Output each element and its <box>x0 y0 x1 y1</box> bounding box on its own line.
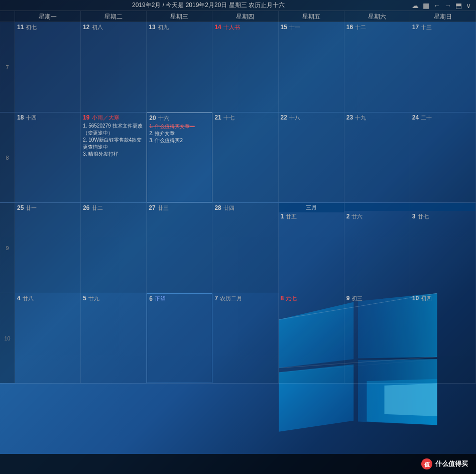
day-num: 20 <box>149 114 156 122</box>
cell-mar10[interactable]: 10初四 <box>410 293 476 383</box>
march-month-label: 三月 <box>279 203 344 212</box>
weekday-thu: 星期四 <box>212 11 278 22</box>
header-controls: ☁ ▦ ← → ⬒ ∨ <box>412 2 471 10</box>
day-num: 3 <box>412 213 416 220</box>
lunar-day: 小雨／大寒 <box>92 114 120 122</box>
day-num: 22 <box>281 114 287 121</box>
day-num: 9 <box>346 295 350 302</box>
taskbar: 值 什么值得买 <box>0 454 476 474</box>
day-num: 2 <box>346 213 350 220</box>
weekday-tue: 星期二 <box>81 11 147 22</box>
cell-feb15[interactable]: 15十一 <box>279 22 344 112</box>
day-num: 16 <box>346 24 353 31</box>
march-month-label-2 <box>344 203 410 211</box>
weekday-mon: 星期一 <box>15 11 81 22</box>
lunar-day: 廿七 <box>418 213 429 220</box>
week-num-7: 7 <box>0 22 15 112</box>
event-item: 2. 10W新白钰零售款4款变更查询途中 <box>83 137 144 151</box>
lunar-day: 十八 <box>289 114 300 122</box>
day-num: 12 <box>83 24 89 31</box>
day-num: 18 <box>17 114 24 121</box>
lunar-day: 廿二 <box>92 204 103 212</box>
cell-mar2[interactable]: 2廿六 <box>344 203 410 293</box>
lunar-day: 十三 <box>421 24 432 31</box>
cell-feb13[interactable]: 13初九 <box>147 22 212 112</box>
week-num-8: 8 <box>0 112 15 202</box>
lunar-day: 十二 <box>355 24 366 31</box>
cell-mar3[interactable]: 3廿七 <box>410 203 476 293</box>
cell-feb19[interactable]: 19小雨／大寒 1. 56520279 技术文件更改（变更途中） 2. 10W新… <box>81 112 147 202</box>
weekday-sun: 星期日 <box>410 11 476 22</box>
lunar-day: 十四 <box>26 114 37 122</box>
weekday-sat: 星期六 <box>344 11 410 22</box>
lunar-day: 廿三 <box>158 204 169 212</box>
lunar-day: 初三 <box>351 295 363 302</box>
lunar-day: 廿四 <box>223 204 234 212</box>
weekday-fri: 星期五 <box>279 11 344 22</box>
week-num-9: 9 <box>0 203 15 293</box>
lunar-day: 十九 <box>355 114 366 122</box>
lunar-day: 初八 <box>92 24 103 31</box>
week-row-7: 7 11初七 12初八 13初九 14十人书 15十一 16十二 17十三 <box>0 22 476 112</box>
day-num: 8 <box>281 295 284 302</box>
forward-icon[interactable]: → <box>444 2 451 10</box>
cell-feb16[interactable]: 16十二 <box>344 22 410 112</box>
cell-feb12[interactable]: 12初八 <box>81 22 147 112</box>
cell-mar9[interactable]: 9初三 <box>344 293 410 383</box>
back-icon[interactable]: ← <box>433 2 440 10</box>
lunar-day: 廿六 <box>351 213 363 220</box>
cell-mar1[interactable]: 三月 1廿五 <box>279 203 344 293</box>
cell-feb11[interactable]: 11初七 <box>15 22 81 112</box>
week-row-8: 8 18十四 19小雨／大寒 1. 56520279 技术文件更改（变更途中） … <box>0 112 476 203</box>
lunar-day: 廿八 <box>23 295 34 302</box>
cell-feb25[interactable]: 25廿一 <box>15 203 81 293</box>
cell-feb14[interactable]: 14十人书 <box>212 22 278 112</box>
menu-icon[interactable]: ∨ <box>466 2 471 10</box>
day-num: 27 <box>149 204 155 211</box>
day-num: 13 <box>149 24 155 31</box>
week-num-header-spacer <box>0 11 15 22</box>
day-num: 15 <box>281 24 287 31</box>
day-num: 19 <box>83 114 89 121</box>
day-num: 7 <box>214 295 218 302</box>
lunar-day: 廿一 <box>26 204 37 212</box>
grid-icon[interactable]: ▦ <box>423 2 429 10</box>
week-num-10: 10 <box>0 293 15 383</box>
lunar-day: 元七 <box>286 295 297 302</box>
brand-logo-area: 值 什么值得买 <box>421 458 468 469</box>
march-month-label-3 <box>410 203 475 211</box>
cell-feb23[interactable]: 23十九 <box>344 112 410 202</box>
cell-mar5[interactable]: 5廿九 <box>81 293 147 383</box>
lunar-day: 廿九 <box>88 295 99 302</box>
event-item: 1. 什么值得买文章一 <box>149 123 210 130</box>
cell-mar4[interactable]: 4廿八 <box>15 293 81 383</box>
day-num: 1 <box>281 213 284 220</box>
cell-feb17[interactable]: 17十三 <box>410 22 476 112</box>
cell-feb26[interactable]: 26廿二 <box>81 203 147 293</box>
export-icon[interactable]: ⬒ <box>455 2 462 10</box>
day-num: 5 <box>83 295 86 302</box>
cell-mar6[interactable]: 6正望 <box>147 293 212 383</box>
lunar-day: 二十 <box>421 114 432 122</box>
lunar-day: 十一 <box>289 24 300 31</box>
weekday-wed: 星期三 <box>147 11 212 22</box>
cell-feb20-today[interactable]: 20十六 1. 什么值得买文章一 2. 推介文章 3. 什么值得买2 <box>147 112 212 202</box>
cell-feb27[interactable]: 27廿三 <box>147 203 212 293</box>
weekday-headers: 星期一 星期二 星期三 星期四 星期五 星期六 星期日 <box>0 11 476 22</box>
calendar-header: 2019年2月 / 今天是 2019年2月20日 星期三 农历止月十六 ☁ ▦ … <box>0 0 476 11</box>
cell-mar7[interactable]: 7农历二月 <box>212 293 278 383</box>
week-row-10: 10 4廿八 5廿九 6正望 7农历二月 8元七 9初三 10初四 <box>0 293 476 384</box>
lunar-day: 十七 <box>223 114 234 122</box>
cell-mar8[interactable]: 8元七 <box>279 293 344 383</box>
events-feb20: 1. 什么值得买文章一 2. 推介文章 3. 什么值得买2 <box>149 123 210 144</box>
cell-feb28[interactable]: 28廿四 <box>212 203 278 293</box>
cell-feb18[interactable]: 18十四 <box>15 112 81 202</box>
cloud-icon[interactable]: ☁ <box>412 2 419 10</box>
day-num: 23 <box>346 114 353 121</box>
day-num: 14 <box>214 24 221 31</box>
cell-feb22[interactable]: 22十八 <box>279 112 344 202</box>
cell-feb24[interactable]: 24二十 <box>410 112 476 202</box>
calendar: 2019年2月 / 今天是 2019年2月20日 星期三 农历止月十六 ☁ ▦ … <box>0 0 476 474</box>
cell-feb21[interactable]: 21十七 <box>212 112 278 202</box>
lunar-day: 初四 <box>421 295 432 302</box>
